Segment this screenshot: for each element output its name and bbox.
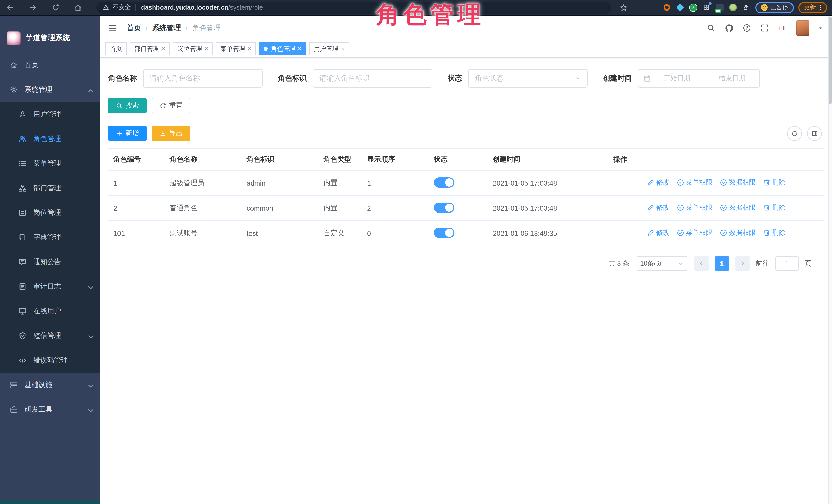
help-icon[interactable] [742,23,752,32]
sidebar-item-errcode[interactable]: 错误码管理 [0,348,100,373]
action-menu-permission-link[interactable]: 菜单权限 [676,203,713,212]
sidebar-item-role[interactable]: 角色管理 [0,127,100,151]
sidebar-item-label: 短信管理 [33,331,61,340]
user-avatar[interactable] [796,20,809,36]
extension-monkey-icon[interactable] [728,3,737,12]
sidebar-item-sms[interactable]: 短信管理 [0,323,100,348]
address-bar[interactable]: 不安全 dashboard.yudao.iocoder.cn/system/ro… [97,1,611,14]
role-icon [19,135,27,143]
close-icon[interactable]: × [298,46,302,52]
goto-label: 前往 [756,259,769,268]
status-select[interactable]: 角色状态 [468,69,588,88]
search-icon[interactable] [706,23,716,32]
add-button[interactable]: 新增 [108,126,147,141]
action-data-permission-link[interactable]: 数据权限 [720,178,756,187]
sidebar-item-dept[interactable]: 部门管理 [0,176,100,201]
action-menu-permission-link[interactable]: 菜单权限 [676,178,713,187]
status-toggle[interactable] [434,177,454,187]
tab-用户管理[interactable]: 用户管理× [309,42,349,55]
action-edit-link[interactable]: 修改 [647,228,670,237]
status-toggle[interactable] [434,202,454,213]
sidebar-item-user[interactable]: 用户管理 [0,102,100,127]
app-logo-icon [7,31,21,45]
sidebar-item-audit[interactable]: 审计日志 [0,274,100,299]
extension-on-badge-icon[interactable]: on [715,3,724,12]
extensions-puzzle-icon[interactable] [742,3,751,12]
fullscreen-icon[interactable] [760,23,770,32]
next-page-button[interactable] [735,256,749,271]
browser-forward-icon[interactable] [28,2,38,12]
close-icon[interactable]: × [205,46,208,52]
cell-role-type: 自定义 [318,221,362,246]
role-name-input[interactable]: 请输入角色名称 [143,69,263,88]
role-key-input[interactable]: 请输入角色标识 [313,69,432,88]
sidebar-item-home[interactable]: 首页 [0,53,100,77]
browser-back-icon[interactable] [5,2,16,12]
close-icon[interactable]: × [341,46,345,52]
extension-badge-seven-icon[interactable]: 7 [689,3,697,11]
cell-role-name: 普通角色 [164,195,241,221]
export-button[interactable]: 导出 [152,126,190,141]
action-delete-link[interactable]: 删除 [762,203,786,212]
page-number-button[interactable]: 1 [714,256,729,271]
browser-home-icon[interactable] [73,2,83,12]
update-menu-button[interactable]: 更新 [799,2,827,13]
check-circle-icon [720,179,728,187]
sidebar-item-post[interactable]: 岗位管理 [0,201,100,225]
cell-role-type: 内置 [318,195,362,221]
reset-button[interactable]: 重置 [152,98,190,113]
action-data-permission-link[interactable]: 数据权限 [720,228,756,237]
paused-badge[interactable]: 已暂停 [755,2,794,13]
status-toggle[interactable] [434,228,454,238]
action-data-permission-link[interactable]: 数据权限 [720,203,756,212]
page-size-select[interactable]: 10条/页 [635,256,688,271]
date-range-picker[interactable]: 开始日期 - 结束日期 [638,69,760,88]
tab-首页[interactable]: 首页 [105,42,127,55]
extension-gem-icon[interactable] [676,3,684,12]
scrollbar[interactable] [828,16,832,504]
extension-orange-icon[interactable] [662,3,671,12]
url-text[interactable]: dashboard.yudao.iocoder.cn/system/role [141,4,263,11]
column-settings-button[interactable] [807,126,822,141]
github-icon[interactable] [724,23,733,32]
tab-部门管理[interactable]: 部门管理× [130,42,170,55]
table-row: 101测试账号test自定义02021-01-06 13:49:35修改菜单权限… [108,221,824,246]
font-size-icon[interactable]: TT [778,23,787,32]
tab-岗位管理[interactable]: 岗位管理× [173,42,213,55]
sidebar-item-infra[interactable]: 基础设施 [0,373,100,397]
close-icon[interactable]: × [161,46,165,52]
sidebar-item-notice[interactable]: 通知公告 [0,250,100,274]
infra-icon [10,381,18,389]
sidebar-item-online[interactable]: 在线用户 [0,299,100,323]
action-delete-link[interactable]: 删除 [762,178,786,187]
edit-icon [647,204,655,212]
hamburger-icon[interactable] [105,20,121,36]
cell-created: 2021-01-05 17:03:48 [488,170,608,195]
app-logo-row[interactable]: 芋道管理系统 [0,23,100,53]
close-icon[interactable]: × [248,46,251,52]
prev-page-button[interactable] [694,256,708,271]
sidebar-item-devtools[interactable]: 研发工具 [0,397,100,422]
goto-page-input[interactable] [775,256,799,271]
action-menu-permission-link[interactable]: 菜单权限 [676,228,713,237]
tab-label: 菜单管理 [220,44,245,53]
bookmark-star-icon[interactable] [620,3,628,11]
action-edit-link[interactable]: 修改 [647,203,670,212]
breadcrumb-item[interactable]: 首页 [127,23,141,32]
scrollbar-thumb[interactable] [829,17,831,104]
security-label[interactable]: 不安全 [112,3,131,12]
extension-grid-icon[interactable] [702,3,710,12]
refresh-button[interactable] [787,126,802,141]
avatar-caret-icon[interactable] [817,25,823,30]
sidebar-item-system[interactable]: 系统管理 [0,77,100,102]
sidebar-item-dict[interactable]: 字典管理 [0,225,100,250]
search-button[interactable]: 搜索 [108,98,147,113]
action-edit-link[interactable]: 修改 [647,178,670,187]
sidebar-item-menu[interactable]: 菜单管理 [0,151,100,176]
tab-菜单管理[interactable]: 菜单管理× [216,42,256,55]
browser-reload-icon[interactable] [50,2,60,12]
browser-extensions-area: 7 on 已暂停 更新 [662,2,827,13]
action-delete-link[interactable]: 删除 [762,228,786,237]
breadcrumb-item[interactable]: 系统管理 [152,23,181,32]
tab-角色管理[interactable]: 角色管理× [259,42,306,55]
